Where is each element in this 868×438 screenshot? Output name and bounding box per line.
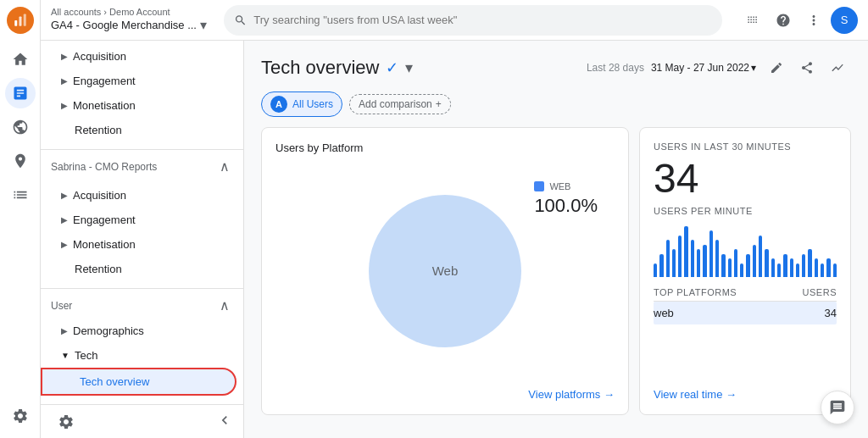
rt-table-header: TOP PLATFORMS USERS (654, 287, 837, 302)
date-range-label: Last 28 days (587, 62, 644, 74)
view-platforms-link[interactable]: View platforms → (528, 388, 615, 401)
rt-bar-item (815, 258, 818, 277)
settings-icon[interactable] (5, 401, 36, 431)
sidebar-item-monetisation[interactable]: ▶ Monetisation (41, 93, 236, 118)
account-info: All accounts › Demo Account GA4 - Google… (51, 7, 207, 33)
sidebar-label: Retention (61, 124, 122, 136)
rt-bar-item (684, 226, 687, 277)
apps-icon[interactable] (739, 7, 766, 34)
sidebar-label: Engagement (73, 75, 136, 87)
rt-bar-item (678, 236, 682, 277)
rt-bar-item (659, 254, 663, 277)
svg-rect-0 (14, 20, 17, 26)
chat-fab-button[interactable] (821, 391, 854, 424)
rt-bar-item (746, 254, 749, 277)
rt-bar-item (715, 240, 719, 277)
sidebar-group-cmo[interactable]: Sabrina - CMO Reports ∧ (41, 153, 243, 180)
search-input[interactable] (253, 14, 712, 26)
arrow-icon: ▶ (61, 240, 68, 249)
arrow-icon: ▶ (61, 326, 68, 335)
realtime-card: USERS IN LAST 30 MINUTES 34 USERS PER MI… (639, 127, 851, 415)
sidebar-label: Acquisition (73, 50, 126, 63)
rt-bar-item (672, 249, 676, 277)
rt-bar-item (796, 263, 799, 277)
all-users-chip[interactable]: A All Users (261, 91, 342, 117)
rt-bar-item (703, 245, 706, 277)
rt-bar-item (691, 240, 694, 277)
header-actions: S (739, 7, 858, 34)
header: All accounts › Demo Account GA4 - Google… (41, 0, 868, 41)
sidebar-item-demographics[interactable]: ▶ Demographics (41, 319, 236, 343)
avatar[interactable]: S (831, 7, 858, 34)
page-title: Tech overview (261, 57, 379, 79)
view-realtime-link[interactable]: View real time → (654, 388, 837, 401)
rt-bar-item (821, 263, 824, 277)
share-button[interactable] (793, 54, 821, 81)
legend-color (534, 181, 544, 191)
page-title-row: Tech overview ✓ ▾ (261, 57, 413, 79)
legend-platform: WEB (549, 181, 570, 191)
breadcrumb: All accounts › Demo Account (51, 7, 207, 17)
sidebar-item-cmo-engagement[interactable]: ▶ Engagement (41, 208, 236, 232)
home-icon[interactable] (5, 44, 36, 75)
rt-bar-item (771, 258, 775, 277)
sidebar-group-user[interactable]: User ∧ (41, 292, 243, 319)
filter-row: A All Users Add comparison + (261, 91, 851, 117)
svg-rect-2 (23, 14, 25, 26)
edit-report-button[interactable] (763, 54, 790, 81)
rt-bar-chart (654, 226, 837, 277)
advertising-icon[interactable] (5, 146, 36, 176)
list-icon[interactable] (5, 180, 36, 210)
sidebar-main-section: ▶ Acquisition ▶ Engagement ▶ Monetisatio… (41, 41, 243, 146)
cmo-section: ▶ Acquisition ▶ Engagement ▶ Monetisatio… (41, 180, 243, 285)
sidebar-item-cmo-monetisation[interactable]: ▶ Monetisation (41, 232, 236, 257)
collapse-sidebar-button[interactable] (216, 412, 233, 431)
rt-bar-item (765, 249, 768, 277)
svg-text:Web: Web (432, 263, 459, 278)
add-comparison-button[interactable]: Add comparison + (349, 94, 451, 114)
sidebar-divider-2 (41, 288, 243, 289)
global-settings-button[interactable] (51, 407, 81, 437)
search-box[interactable] (224, 5, 722, 36)
help-icon[interactable] (770, 7, 797, 34)
rt-per-minute-label: USERS PER MINUTE (654, 206, 837, 216)
sidebar-label: Demographics (73, 324, 144, 337)
sidebar-item-acquisition[interactable]: ▶ Acquisition (41, 44, 236, 69)
date-range: Last 28 days 31 May - 27 Jun 2022 ▾ (587, 62, 756, 74)
rt-bar-item (790, 258, 793, 277)
sidebar-item-cmo-retention[interactable]: Retention (41, 257, 236, 281)
sidebar-item-tech[interactable]: ▼ Tech (41, 343, 236, 368)
sidebar-label: Acquisition (73, 189, 126, 202)
explore-icon[interactable] (5, 112, 36, 142)
chart-legend: WEB 100.0% (534, 181, 598, 217)
sidebar-item-tech-overview[interactable]: Tech overview (41, 368, 236, 396)
more-icon[interactable] (800, 7, 827, 34)
insights-button[interactable] (824, 54, 851, 81)
rt-bar-item (802, 254, 805, 277)
rt-bar-item (783, 254, 787, 277)
sidebar-label: Tech overview (80, 375, 149, 388)
chart-title: Users by Platform (275, 141, 615, 154)
main-content: Tech overview ✓ ▾ Last 28 days 31 May - … (244, 0, 868, 438)
sidebar-item-engagement[interactable]: ▶ Engagement (41, 69, 236, 93)
date-chevron-icon: ▾ (751, 62, 756, 74)
sidebar-label: Monetisation (73, 238, 136, 251)
rt-row-platform: web (654, 307, 674, 319)
content-grid: Users by Platform Web WEB 100.0% (261, 127, 851, 415)
arrow-icon: ▶ (61, 52, 68, 61)
main-inner: Tech overview ✓ ▾ Last 28 days 31 May - … (244, 41, 868, 429)
rt-row-users: 34 (825, 307, 837, 319)
add-icon: + (436, 98, 442, 110)
sidebar-label: Tech (75, 349, 97, 362)
reports-icon[interactable] (5, 78, 36, 108)
property-name[interactable]: GA4 - Google Merchandise ... (51, 19, 197, 31)
property-dropdown-icon[interactable]: ▾ (200, 17, 207, 33)
page-title-chevron[interactable]: ▾ (405, 58, 413, 77)
date-range-value[interactable]: 31 May - 27 Jun 2022 ▾ (651, 62, 756, 74)
sidebar-item-cmo-acquisition[interactable]: ▶ Acquisition (41, 183, 236, 208)
rt-bar-item (666, 240, 670, 277)
rt-col-users: USERS (803, 287, 837, 297)
collapse-user-icon: ∧ (220, 297, 230, 313)
rt-bar-item (759, 236, 762, 277)
sidebar-item-retention[interactable]: Retention (41, 118, 236, 142)
